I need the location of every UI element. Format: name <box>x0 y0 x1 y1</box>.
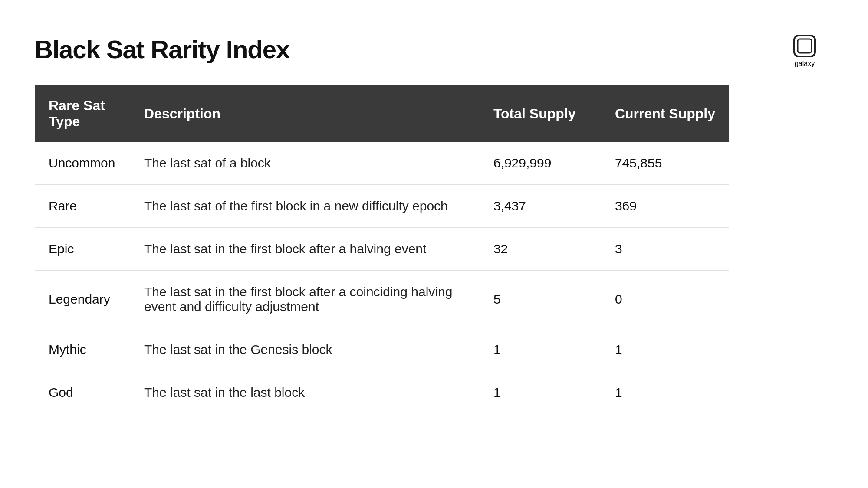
cell-current-supply: 369 <box>601 185 729 228</box>
cell-type: Epic <box>35 228 130 271</box>
cell-description: The last sat in the first block after a … <box>130 228 480 271</box>
svg-rect-1 <box>798 39 812 53</box>
table-row: LegendaryThe last sat in the first block… <box>35 271 729 328</box>
column-header-type: Rare Sat Type <box>35 85 130 142</box>
cell-total-supply: 5 <box>480 271 601 328</box>
cell-current-supply: 3 <box>601 228 729 271</box>
cell-description: The last sat in the first block after a … <box>130 271 480 328</box>
cell-total-supply: 32 <box>480 228 601 271</box>
table-row: GodThe last sat in the last block11 <box>35 371 729 414</box>
cell-description: The last sat of the first block in a new… <box>130 185 480 228</box>
cell-type: God <box>35 371 130 414</box>
logo-area: galaxy <box>793 35 816 68</box>
cell-type: Uncommon <box>35 142 130 185</box>
cell-total-supply: 1 <box>480 328 601 371</box>
cell-description: The last sat of a block <box>130 142 480 185</box>
cell-type: Rare <box>35 185 130 228</box>
table-row: RareThe last sat of the first block in a… <box>35 185 729 228</box>
cell-current-supply: 1 <box>601 371 729 414</box>
table-row: MythicThe last sat in the Genesis block1… <box>35 328 729 371</box>
galaxy-label: galaxy <box>795 60 815 68</box>
column-header-total-supply: Total Supply <box>480 85 601 142</box>
cell-total-supply: 1 <box>480 371 601 414</box>
cell-type: Mythic <box>35 328 130 371</box>
table-header-row: Rare Sat Type Description Total Supply C… <box>35 85 729 142</box>
cell-total-supply: 6,929,999 <box>480 142 601 185</box>
rarity-table-container: Rare Sat Type Description Total Supply C… <box>35 85 729 414</box>
cell-current-supply: 0 <box>601 271 729 328</box>
column-header-description: Description <box>130 85 480 142</box>
galaxy-logo-icon <box>793 35 816 57</box>
cell-current-supply: 1 <box>601 328 729 371</box>
rarity-table: Rare Sat Type Description Total Supply C… <box>35 85 729 414</box>
table-body: UncommonThe last sat of a block6,929,999… <box>35 142 729 414</box>
page-title: Black Sat Rarity Index <box>35 35 833 64</box>
cell-type: Legendary <box>35 271 130 328</box>
table-row: EpicThe last sat in the first block afte… <box>35 228 729 271</box>
cell-description: The last sat in the last block <box>130 371 480 414</box>
cell-total-supply: 3,437 <box>480 185 601 228</box>
cell-description: The last sat in the Genesis block <box>130 328 480 371</box>
column-header-current-supply: Current Supply <box>601 85 729 142</box>
table-row: UncommonThe last sat of a block6,929,999… <box>35 142 729 185</box>
cell-current-supply: 745,855 <box>601 142 729 185</box>
